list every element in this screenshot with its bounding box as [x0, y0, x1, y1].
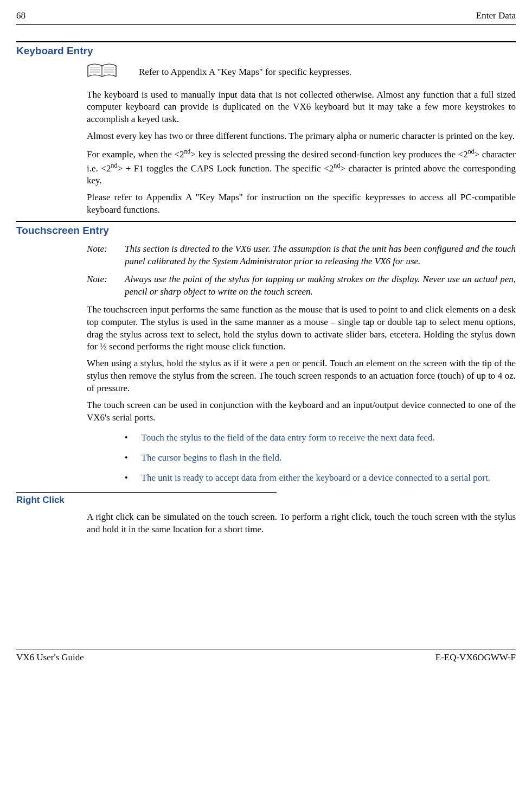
note-1: Note: This section is directed to the VX… [87, 243, 516, 268]
touchscreen-p1: The touchscreen input performs the same … [87, 304, 516, 354]
keyboard-p4: Please refer to Appendix A "Key Maps" fo… [87, 192, 516, 216]
list-item: The cursor begins to flash in the field. [125, 452, 516, 464]
page-header: 68 Enter Data [16, 10, 516, 22]
touchscreen-p3: The touch screen can be used in conjunct… [87, 399, 516, 424]
touchscreen-p2: When using a stylus, hold the stylus as … [87, 358, 516, 395]
note-label: Note: [87, 243, 125, 268]
section-right-click-heading: Right Click [16, 494, 516, 507]
header-title: Enter Data [476, 10, 516, 22]
header-rule [16, 24, 516, 25]
note-text: Always use the point of the stylus for t… [125, 273, 516, 298]
page-footer: VX6 User's Guide E-EQ-VX6OGWW-F [16, 652, 516, 664]
section-right-click-content: A right click can be simulated on the to… [87, 511, 516, 536]
rightclick-p1: A right click can be simulated on the to… [87, 511, 516, 536]
section-rule-1 [16, 41, 516, 42]
section-keyboard-entry-heading: Keyboard Entry [16, 44, 516, 58]
section-touchscreen-entry-content: Note: This section is directed to the VX… [87, 243, 516, 484]
page-number: 68 [16, 10, 25, 22]
keyboard-p3: For example, when the <2nd> key is selec… [87, 147, 516, 187]
footer-left: VX6 User's Guide [16, 652, 84, 664]
book-icon [87, 62, 117, 82]
subsection-rule [16, 492, 277, 493]
note-2: Note: Always use the point of the stylus… [87, 273, 516, 298]
touchscreen-bullets: Touch the stylus to the field of the dat… [87, 432, 516, 484]
refer-row: Refer to Appendix A "Key Maps" for speci… [87, 62, 516, 82]
section-keyboard-entry-content: Refer to Appendix A "Key Maps" for speci… [87, 62, 516, 217]
footer-rule [16, 649, 516, 649]
keyboard-p2: Almost every key has two or three differ… [87, 130, 516, 143]
section-touchscreen-entry-heading: Touchscreen Entry [16, 224, 516, 238]
list-item: The unit is ready to accept data from ei… [125, 472, 516, 484]
list-item: Touch the stylus to the field of the dat… [125, 432, 516, 444]
keyboard-p1: The keyboard is used to manually input d… [87, 89, 516, 126]
section-rule-2 [16, 221, 516, 222]
footer-right: E-EQ-VX6OGWW-F [435, 652, 516, 664]
refer-text: Refer to Appendix A "Key Maps" for speci… [139, 66, 351, 79]
note-label: Note: [87, 273, 125, 298]
note-text: This section is directed to the VX6 user… [125, 243, 516, 268]
